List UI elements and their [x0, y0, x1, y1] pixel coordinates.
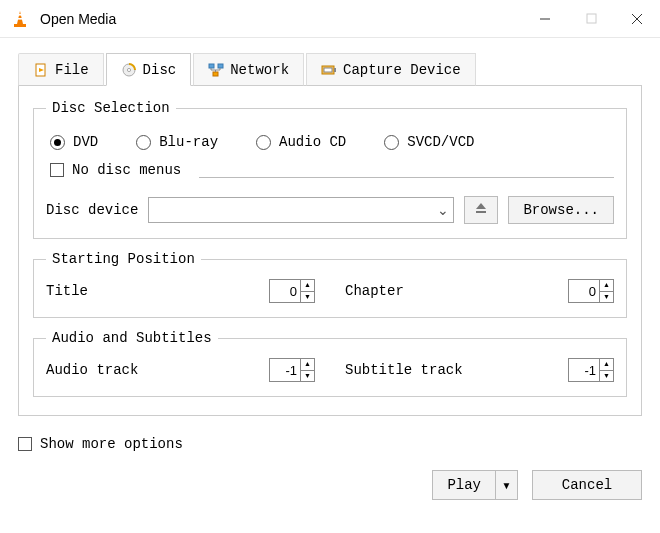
eject-button[interactable] [464, 196, 498, 224]
audio-track-spin[interactable]: -1▲▼ [269, 358, 315, 382]
chapter-spin[interactable]: 0▲▼ [568, 279, 614, 303]
spin-value: -1 [569, 363, 599, 378]
svg-point-10 [127, 68, 130, 71]
radio-audio-cd[interactable]: Audio CD [256, 134, 346, 150]
cancel-button[interactable]: Cancel [532, 470, 642, 500]
svg-marker-21 [476, 203, 486, 209]
caret-down-icon: ▼ [502, 480, 512, 491]
svg-rect-12 [218, 64, 223, 68]
spin-up-icon[interactable]: ▲ [600, 359, 613, 371]
spin-value: 0 [270, 284, 300, 299]
svg-rect-11 [209, 64, 214, 68]
tab-label: Disc [143, 62, 177, 78]
radio-label: DVD [73, 134, 98, 150]
radio-svcd-vcd[interactable]: SVCD/VCD [384, 134, 474, 150]
svg-rect-2 [14, 24, 26, 27]
spin-down-icon[interactable]: ▼ [301, 292, 314, 303]
group-legend: Audio and Subtitles [46, 330, 218, 346]
group-legend: Disc Selection [46, 100, 176, 116]
window-title: Open Media [40, 11, 116, 27]
spin-up-icon[interactable]: ▲ [301, 280, 314, 292]
titlebar: Open Media [0, 0, 660, 38]
disc-device-combo[interactable]: ⌄ [148, 197, 454, 223]
tab-label: File [55, 62, 89, 78]
disc-device-label: Disc device [46, 202, 138, 218]
play-split-button[interactable]: Play ▼ [432, 470, 518, 500]
browse-button[interactable]: Browse... [508, 196, 614, 224]
spin-value: -1 [270, 363, 300, 378]
disc-selection-group: Disc Selection DVD Blu-ray Audio CD SVCD… [33, 100, 627, 239]
play-dropdown-toggle[interactable]: ▼ [496, 470, 518, 500]
radio-label: Audio CD [279, 134, 346, 150]
svg-rect-19 [324, 68, 332, 72]
tab-capture-device[interactable]: Capture Device [306, 53, 476, 86]
starting-position-group: Starting Position Title 0▲▼ Chapter 0▲▼ [33, 251, 627, 318]
vlc-cone-icon [10, 9, 30, 29]
tab-disc[interactable]: Disc [106, 53, 192, 86]
svg-rect-22 [476, 211, 486, 213]
spin-down-icon[interactable]: ▼ [600, 292, 613, 303]
tab-panel-disc: Disc Selection DVD Blu-ray Audio CD SVCD… [18, 85, 642, 416]
chevron-down-icon: ⌄ [437, 202, 449, 218]
close-button[interactable] [614, 0, 660, 38]
button-label: Browse... [523, 202, 599, 218]
svg-rect-13 [213, 72, 218, 76]
tab-network[interactable]: Network [193, 53, 304, 86]
maximize-button[interactable] [568, 0, 614, 38]
tab-file[interactable]: File [18, 53, 104, 86]
chapter-label: Chapter [345, 283, 404, 299]
audio-subtitles-group: Audio and Subtitles Audio track -1▲▼ Sub… [33, 330, 627, 397]
subtitle-track-label: Subtitle track [345, 362, 463, 378]
svg-rect-1 [18, 18, 23, 20]
file-icon [33, 62, 49, 78]
svg-rect-0 [18, 14, 22, 16]
tab-bar: File Disc Network Capture Device [18, 52, 642, 86]
tab-label: Capture Device [343, 62, 461, 78]
spin-down-icon[interactable]: ▼ [600, 371, 613, 382]
title-spin[interactable]: 0▲▼ [269, 279, 315, 303]
window-controls [522, 0, 660, 38]
minimize-button[interactable] [522, 0, 568, 38]
subtitle-track-spin[interactable]: -1▲▼ [568, 358, 614, 382]
radio-label: Blu-ray [159, 134, 218, 150]
network-icon [208, 62, 224, 78]
radio-bluray[interactable]: Blu-ray [136, 134, 218, 150]
divider [199, 177, 614, 178]
button-label: Play [447, 477, 481, 493]
spin-up-icon[interactable]: ▲ [600, 280, 613, 292]
spin-down-icon[interactable]: ▼ [301, 371, 314, 382]
checkbox-label: No disc menus [72, 162, 181, 178]
title-label: Title [46, 283, 88, 299]
group-legend: Starting Position [46, 251, 201, 267]
svg-rect-4 [587, 14, 596, 23]
tab-label: Network [230, 62, 289, 78]
disc-icon [121, 62, 137, 78]
spin-value: 0 [569, 284, 599, 299]
eject-icon [474, 201, 488, 219]
radio-dvd[interactable]: DVD [50, 134, 98, 150]
audio-track-label: Audio track [46, 362, 138, 378]
svg-rect-20 [334, 68, 336, 72]
checkbox-label: Show more options [40, 436, 183, 452]
radio-label: SVCD/VCD [407, 134, 474, 150]
capture-icon [321, 62, 337, 78]
checkbox-show-more-options[interactable]: Show more options [18, 436, 183, 452]
spin-up-icon[interactable]: ▲ [301, 359, 314, 371]
button-label: Cancel [562, 477, 612, 493]
checkbox-no-disc-menus[interactable]: No disc menus [50, 162, 181, 178]
